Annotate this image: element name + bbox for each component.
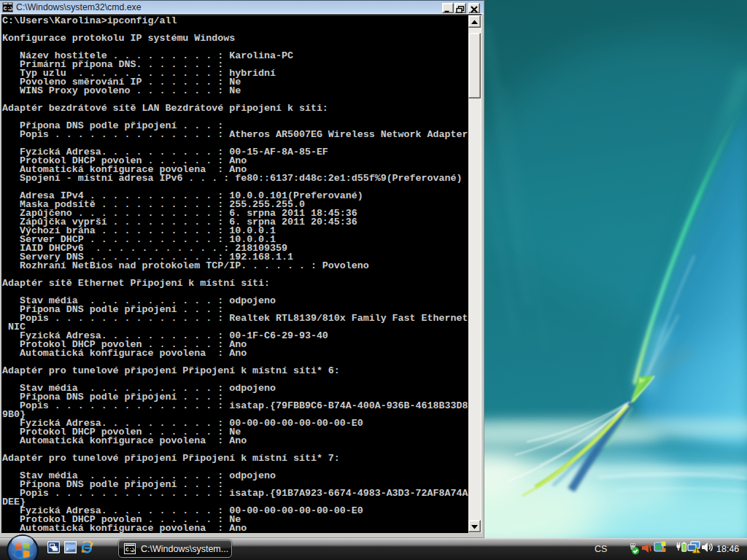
svg-text:C:\: C:\ — [4, 6, 13, 12]
svg-text:C:\: C:\ — [125, 547, 136, 553]
